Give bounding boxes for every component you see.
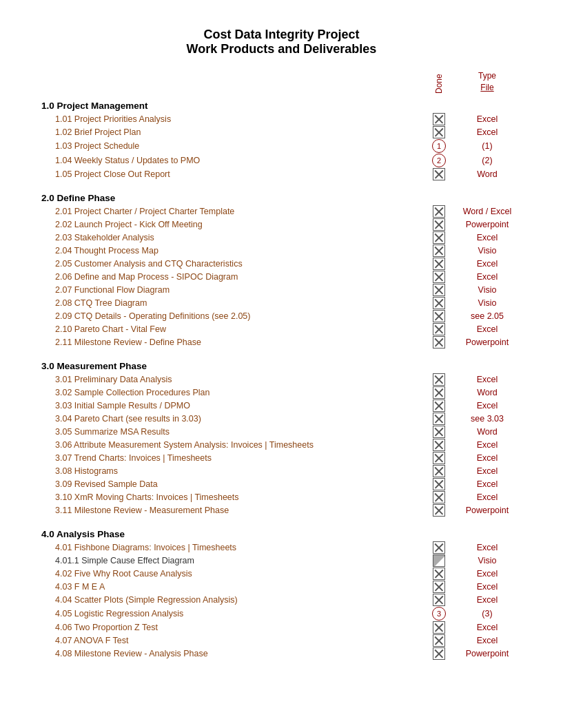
item-label: 4.02 Five Why Root Cause Analysis: [41, 569, 425, 579]
done-cell: [425, 594, 453, 606]
list-item: 3.09 Revised Sample DataExcel: [41, 478, 522, 490]
checkbox[interactable]: [433, 568, 445, 580]
done-cell: [425, 271, 453, 283]
checkbox[interactable]: [433, 399, 445, 412]
checkbox[interactable]: [433, 373, 445, 386]
done-cell: [425, 554, 453, 567]
section-header-3.0: 3.0 Measurement Phase: [41, 361, 522, 371]
type-cell: Powerpoint: [453, 649, 522, 658]
checkbox[interactable]: [433, 426, 445, 438]
checkbox[interactable]: [433, 271, 445, 283]
checkbox[interactable]: [433, 205, 445, 218]
done-cell: 1: [425, 139, 453, 153]
list-item: 3.08 HistogramsExcel: [41, 465, 522, 477]
type-cell: Excel: [453, 453, 522, 463]
checkbox[interactable]: [433, 452, 445, 464]
checkbox[interactable]: [433, 323, 445, 335]
section-header-2.0: 2.0 Define Phase: [41, 193, 522, 203]
type-cell: Powerpoint: [453, 220, 522, 229]
item-label: 1.01 Project Priorities Analysis: [41, 114, 425, 124]
checkbox[interactable]: [433, 594, 445, 606]
checkbox[interactable]: [433, 218, 445, 231]
type-cell: Powerpoint: [453, 337, 522, 347]
checkbox[interactable]: [433, 554, 445, 567]
done-cell: 3: [425, 607, 453, 621]
done-cell: [425, 297, 453, 309]
item-label: 2.06 Define and Map Process - SIPOC Diag…: [41, 272, 425, 282]
list-item: 2.05 Customer Analysis and CTQ Character…: [41, 258, 522, 270]
list-item: 2.01 Project Charter / Project Charter T…: [41, 205, 522, 218]
checkbox[interactable]: [433, 258, 445, 270]
checkbox[interactable]: [433, 413, 445, 425]
checkbox[interactable]: 2: [432, 154, 446, 167]
done-cell: [425, 113, 453, 125]
section-header-4.0: 4.0 Analysis Phase: [41, 529, 522, 539]
type-cell: see 2.05: [453, 311, 522, 321]
item-label: 4.04 Scatter Plots (Simple Regression An…: [41, 595, 425, 605]
type-cell: Excel: [453, 375, 522, 384]
checkbox[interactable]: [433, 245, 445, 257]
checkbox[interactable]: [433, 581, 445, 593]
list-item: 2.11 Milestone Review - Define PhasePowe…: [41, 336, 522, 349]
done-cell: [425, 284, 453, 296]
type-cell: Word: [453, 169, 522, 179]
checkbox[interactable]: [433, 439, 445, 451]
type-cell: Excel: [453, 466, 522, 476]
item-label: 2.05 Customer Analysis and CTQ Character…: [41, 259, 425, 269]
done-cell: [425, 478, 453, 490]
type-cell: (1): [453, 141, 522, 151]
checkbox[interactable]: [433, 113, 445, 125]
checkbox[interactable]: [433, 297, 445, 309]
section-1.0: 1.0 Project Management1.01 Project Prior…: [41, 101, 522, 180]
checkbox[interactable]: [433, 284, 445, 296]
checkbox[interactable]: [433, 478, 445, 490]
item-label: 3.02 Sample Collection Procedures Plan: [41, 388, 425, 397]
list-item: 4.01 Fishbone Diagrams: Invoices | Times…: [41, 541, 522, 554]
type-cell: Powerpoint: [453, 506, 522, 515]
type-cell: Word / Excel: [453, 207, 522, 216]
checkbox[interactable]: 1: [432, 139, 446, 153]
list-item: 2.03 Stakeholder AnalysisExcel: [41, 231, 522, 244]
list-item: 2.04 Thought Process MapVisio: [41, 245, 522, 257]
checkbox[interactable]: [433, 310, 445, 322]
type-cell: (3): [453, 609, 522, 618]
list-item: 2.08 CTQ Tree DiagramVisio: [41, 297, 522, 309]
checkbox[interactable]: [433, 491, 445, 503]
checkbox[interactable]: [433, 231, 445, 244]
done-cell: [425, 647, 453, 660]
checkbox[interactable]: [433, 386, 445, 399]
list-item: 4.05 Logistic Regression Analysis3(3): [41, 607, 522, 621]
checkbox[interactable]: [433, 541, 445, 554]
list-item: 2.06 Define and Map Process - SIPOC Diag…: [41, 271, 522, 283]
checkbox[interactable]: [433, 621, 445, 634]
list-item: 4.04 Scatter Plots (Simple Regression An…: [41, 594, 522, 606]
type-cell: Excel: [453, 636, 522, 645]
done-cell: [425, 126, 453, 138]
done-cell: [425, 491, 453, 503]
checkbox[interactable]: [433, 168, 445, 180]
checkbox[interactable]: [433, 336, 445, 349]
done-cell: [425, 399, 453, 412]
item-label: 3.08 Histograms: [41, 466, 425, 476]
checkbox[interactable]: [433, 465, 445, 477]
type-cell: Excel: [453, 623, 522, 632]
item-label: 2.01 Project Charter / Project Charter T…: [41, 207, 425, 216]
item-label: 4.03 F M E A: [41, 582, 425, 592]
done-column-header: Done: [425, 70, 453, 98]
checkbox[interactable]: [433, 504, 445, 517]
checkbox[interactable]: [433, 634, 445, 647]
done-cell: [425, 245, 453, 257]
title-line2: Work Products and Deliverables: [41, 42, 522, 56]
done-cell: [425, 634, 453, 647]
section-3.0: 3.0 Measurement Phase3.01 Preliminary Da…: [41, 361, 522, 517]
item-label: 4.01 Fishbone Diagrams: Invoices | Times…: [41, 543, 425, 552]
done-cell: [425, 336, 453, 349]
section-2.0: 2.0 Define Phase2.01 Project Charter / P…: [41, 193, 522, 349]
list-item: 4.01.1 Simple Cause Effect DiagramVisio: [41, 554, 522, 567]
item-label: 3.11 Milestone Review - Measurement Phas…: [41, 506, 425, 515]
type-cell: Visio: [453, 246, 522, 256]
checkbox[interactable]: 3: [432, 607, 446, 621]
checkbox[interactable]: [433, 647, 445, 660]
type-cell: see 3.03: [453, 414, 522, 424]
checkbox[interactable]: [433, 126, 445, 138]
